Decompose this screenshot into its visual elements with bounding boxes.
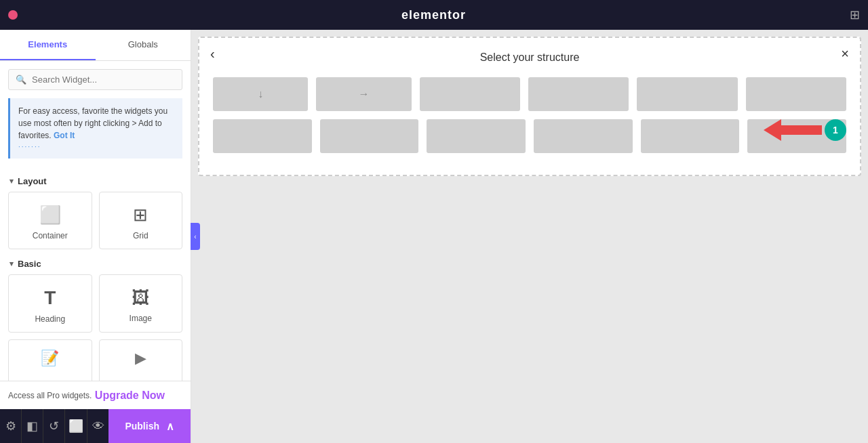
history-icon[interactable]: ↺ <box>43 409 65 443</box>
widget-text-editor[interactable]: 📝 <box>8 339 92 381</box>
footer-toolbar: ⚙ ◧ ↺ ⬜ 👁 Publish ∧ <box>0 409 191 443</box>
structure-two-col[interactable] <box>420 77 520 111</box>
image-label: Image <box>130 314 152 323</box>
container-icon: ⬜ <box>39 205 61 226</box>
structure-left-wide[interactable] <box>213 119 312 153</box>
structure-single-down[interactable]: ↓ <box>213 77 308 111</box>
video-icon: ▶ <box>135 350 146 367</box>
sidebar: Elements Globals 🔍 For easy access, favo… <box>0 30 191 443</box>
settings-icon[interactable]: ⚙ <box>0 409 22 443</box>
right-arrow-icon: → <box>358 88 369 100</box>
info-text: For easy access, favorite the widgets yo… <box>18 106 167 140</box>
canvas-area[interactable]: ‹ × Select your structure ↓ → <box>191 30 868 443</box>
structure-single-right[interactable]: → <box>316 77 411 111</box>
sidebar-content: ▾ Layout ⬜ Container ⊞ Grid ▾ Basic <box>0 167 191 381</box>
arrow-body <box>781 125 822 135</box>
annotation-badge: 1 <box>825 119 846 141</box>
app-logo: elementor <box>26 8 842 22</box>
layout-section-header: ▾ Layout <box>0 167 191 192</box>
structure-mixed-4[interactable] <box>641 119 740 153</box>
publish-chevron-icon: ∧ <box>166 420 174 433</box>
heading-label: Heading <box>35 314 65 324</box>
basic-section-label: Basic <box>18 259 41 269</box>
eye-icon[interactable]: 👁 <box>87 409 109 443</box>
got-it-link[interactable]: Got It <box>54 131 75 140</box>
top-bar: elementor ⊞ <box>0 0 868 30</box>
modal-prev-button[interactable]: ‹ <box>210 46 215 62</box>
structure-modal: ‹ × Select your structure ↓ → <box>198 37 861 176</box>
grid-label: Grid <box>133 231 149 240</box>
tab-globals[interactable]: Globals <box>96 30 191 60</box>
layout-widget-grid: ⬜ Container ⊞ Grid <box>0 192 191 249</box>
structure-row-2 <box>213 119 846 153</box>
heading-icon: T <box>44 287 56 309</box>
basic-widget-grid: T Heading 🖼 Image <box>0 274 191 333</box>
search-container: 🔍 <box>0 61 191 98</box>
widget-video[interactable]: ▶ <box>99 339 183 381</box>
partial-widget-grid: 📝 ▶ <box>0 333 191 381</box>
basic-arrow-icon: ▾ <box>9 259 14 268</box>
structure-mixed-3a[interactable] <box>427 119 526 153</box>
structure-five-col[interactable] <box>746 77 846 111</box>
tab-elements[interactable]: Elements <box>0 30 96 60</box>
arrow-head-icon <box>764 119 781 141</box>
publish-label: Publish <box>125 421 159 431</box>
widget-heading[interactable]: T Heading <box>8 274 92 333</box>
container-label: Container <box>33 231 68 240</box>
image-icon: 🖼 <box>132 287 149 308</box>
structure-three-col[interactable] <box>528 77 629 111</box>
sidebar-collapse-button[interactable]: ‹ <box>191 223 200 250</box>
layers-icon[interactable]: ◧ <box>22 409 43 443</box>
pro-bar: Access all Pro widgets. Upgrade Now <box>0 381 191 409</box>
pro-text: Access all Pro widgets. <box>8 391 92 400</box>
widget-container[interactable]: ⬜ Container <box>8 192 92 249</box>
info-dots: ······· <box>18 142 174 152</box>
grid-icon[interactable]: ⊞ <box>850 7 860 22</box>
widget-grid[interactable]: ⊞ Grid <box>99 192 183 249</box>
text-editor-icon: 📝 <box>41 350 59 367</box>
sidebar-tabs: Elements Globals <box>0 30 191 61</box>
search-box: 🔍 <box>8 69 182 90</box>
layout-section-label: Layout <box>18 176 47 186</box>
down-arrow-icon: ↓ <box>258 88 263 100</box>
app-dot <box>8 10 18 20</box>
search-icon: 🔍 <box>16 75 26 85</box>
modal-close-button[interactable]: × <box>841 46 849 62</box>
responsive-icon[interactable]: ⬜ <box>65 409 87 443</box>
structure-row-1: ↓ → <box>213 77 846 111</box>
widget-image[interactable]: 🖼 Image <box>99 274 183 333</box>
arrow-annotation: 1 <box>764 119 846 141</box>
layout-arrow-icon: ▾ <box>9 177 14 186</box>
structure-four-col[interactable] <box>637 77 737 111</box>
basic-section-header: ▾ Basic <box>0 249 191 274</box>
grid-widget-icon: ⊞ <box>133 205 148 226</box>
search-input[interactable] <box>32 75 175 85</box>
structure-mixed-3b[interactable] <box>534 119 633 153</box>
modal-title: Select your structure <box>213 51 846 64</box>
main-layout: Elements Globals 🔍 For easy access, favo… <box>0 30 868 443</box>
publish-button[interactable]: Publish ∧ <box>108 409 191 443</box>
structure-right-wide[interactable] <box>320 119 419 153</box>
info-box: For easy access, favorite the widgets yo… <box>8 98 182 159</box>
upgrade-link[interactable]: Upgrade Now <box>95 389 165 402</box>
